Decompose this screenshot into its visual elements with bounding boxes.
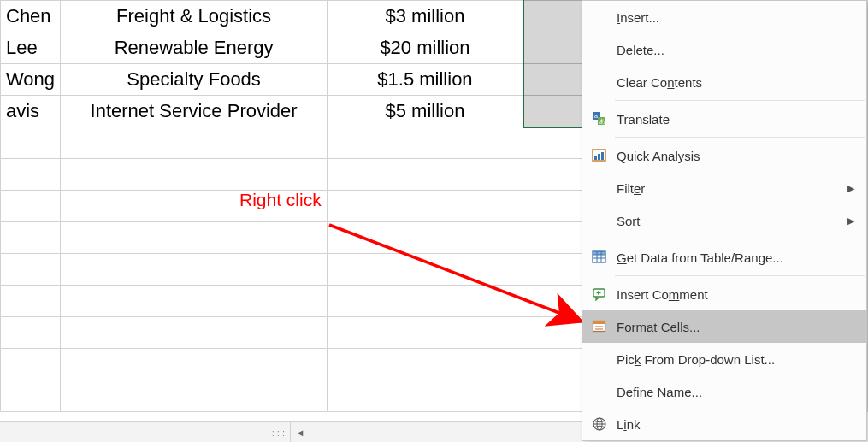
- cell-industry[interactable]: Internet Service Provider: [61, 96, 328, 127]
- cell-selected[interactable]: [523, 64, 586, 96]
- cell-empty[interactable]: [1, 254, 61, 286]
- cell-industry[interactable]: Freight & Logistics: [61, 1, 328, 32]
- menu-separator: [615, 239, 865, 239]
- cell-empty[interactable]: [523, 127, 586, 159]
- menu-separator: [615, 100, 865, 101]
- cell-empty[interactable]: [523, 349, 586, 380]
- cell-empty[interactable]: [1, 317, 61, 349]
- menu-format-cells[interactable]: Format Cells...: [582, 310, 866, 343]
- cell-empty[interactable]: [61, 380, 328, 412]
- cell-name[interactable]: Lee: [1, 32, 61, 64]
- comment-icon: [582, 286, 617, 302]
- cell-empty[interactable]: [523, 317, 586, 349]
- quick-analysis-icon: [582, 148, 617, 163]
- cell-empty[interactable]: [328, 380, 523, 412]
- cell-empty[interactable]: [328, 127, 523, 159]
- cell-amount[interactable]: $1.5 million: [328, 64, 523, 96]
- cell-amount[interactable]: $20 million: [328, 32, 523, 64]
- menu-label: Insert...: [617, 10, 854, 25]
- cell-industry[interactable]: Specialty Foods: [61, 64, 328, 96]
- menu-separator: [615, 137, 865, 138]
- cell-selected[interactable]: [523, 1, 586, 32]
- menu-label: Define Name...: [617, 385, 854, 399]
- svg-rect-8: [601, 152, 604, 160]
- cell-empty[interactable]: [1, 222, 61, 254]
- menu-label: Quick Analysis: [617, 149, 854, 163]
- cell-empty[interactable]: [1, 380, 61, 412]
- scroll-track[interactable]: [310, 422, 582, 442]
- cell-empty[interactable]: [523, 380, 586, 412]
- cell-empty[interactable]: [1, 127, 61, 159]
- menu-label: Pick From Drop-down List...: [617, 352, 854, 367]
- menu-insert[interactable]: Insert...: [582, 1, 866, 33]
- cell-empty[interactable]: [61, 286, 328, 317]
- cell-empty[interactable]: [1, 349, 61, 380]
- menu-label: Insert Comment: [617, 287, 854, 302]
- cell-empty[interactable]: [1, 286, 61, 317]
- cell-empty[interactable]: [328, 159, 523, 191]
- cell-name[interactable]: Wong: [1, 64, 61, 96]
- menu-label: Get Data from Table/Range...: [617, 250, 854, 265]
- cell-empty[interactable]: [328, 222, 523, 254]
- cell-empty[interactable]: [1, 191, 61, 222]
- menu-link[interactable]: Link: [582, 408, 866, 440]
- svg-text:あ: あ: [599, 118, 605, 125]
- cell-amount[interactable]: $3 million: [328, 1, 523, 32]
- menu-delete[interactable]: Delete...: [582, 33, 866, 66]
- svg-rect-14: [593, 251, 605, 255]
- cell-industry[interactable]: Renewable Energy: [61, 32, 328, 64]
- sheet-tab-handle[interactable]: : : :: [0, 422, 291, 442]
- cell-empty[interactable]: [523, 222, 586, 254]
- cell-empty[interactable]: [328, 191, 523, 222]
- cell-empty[interactable]: [61, 159, 328, 191]
- cell-empty[interactable]: [523, 191, 586, 222]
- scroll-left-button[interactable]: ◄: [291, 422, 310, 442]
- cell-empty[interactable]: [61, 222, 328, 254]
- link-icon: [582, 416, 617, 432]
- cell-empty[interactable]: [61, 349, 328, 380]
- translate-icon: aあ: [582, 111, 617, 127]
- annotation-label: Right click: [239, 190, 322, 210]
- menu-pick-from-list[interactable]: Pick From Drop-down List...: [582, 343, 866, 375]
- format-cells-icon: [582, 319, 617, 334]
- resize-dots-icon: : : :: [272, 427, 285, 438]
- menu-label: Filter: [617, 181, 847, 196]
- menu-filter[interactable]: Filter ▶: [582, 172, 866, 204]
- menu-get-data[interactable]: Get Data from Table/Range...: [582, 241, 866, 274]
- menu-label: Link: [617, 417, 854, 432]
- cell-empty[interactable]: [328, 317, 523, 349]
- menu-separator: [615, 275, 865, 276]
- menu-clear-contents[interactable]: Clear Contents: [582, 66, 866, 98]
- menu-translate[interactable]: aあ Translate: [582, 103, 866, 135]
- context-menu: Insert... Delete... Clear Contents aあ Tr…: [582, 0, 867, 441]
- menu-label: Sort: [617, 214, 847, 228]
- svg-rect-7: [598, 154, 600, 160]
- cell-amount[interactable]: $5 million: [328, 96, 523, 127]
- submenu-arrow-icon: ▶: [847, 183, 854, 194]
- cell-empty[interactable]: [523, 286, 586, 317]
- cell-empty[interactable]: [328, 286, 523, 317]
- cell-selected[interactable]: [523, 96, 586, 127]
- cell-empty[interactable]: [328, 349, 523, 380]
- cell-empty[interactable]: [61, 127, 328, 159]
- menu-insert-comment[interactable]: Insert Comment: [582, 278, 866, 310]
- menu-quick-analysis[interactable]: Quick Analysis: [582, 139, 866, 172]
- cell-empty[interactable]: [523, 159, 586, 191]
- table-icon: [582, 250, 617, 265]
- cell-empty[interactable]: [61, 317, 328, 349]
- svg-rect-6: [594, 156, 597, 160]
- cell-empty[interactable]: [328, 254, 523, 286]
- cell-name[interactable]: avis: [1, 96, 61, 127]
- cell-empty[interactable]: [523, 254, 586, 286]
- menu-define-name[interactable]: Define Name...: [582, 375, 866, 408]
- menu-label: Clear Contents: [617, 75, 854, 90]
- menu-label: Delete...: [617, 43, 854, 57]
- cell-name[interactable]: Chen: [1, 1, 61, 32]
- svg-text:a: a: [594, 113, 598, 119]
- menu-label: Format Cells...: [617, 320, 854, 334]
- cell-empty[interactable]: [61, 254, 328, 286]
- cell-selected[interactable]: [523, 32, 586, 64]
- horizontal-scrollbar[interactable]: : : : ◄: [0, 421, 582, 442]
- cell-empty[interactable]: [1, 159, 61, 191]
- menu-sort[interactable]: Sort ▶: [582, 204, 866, 237]
